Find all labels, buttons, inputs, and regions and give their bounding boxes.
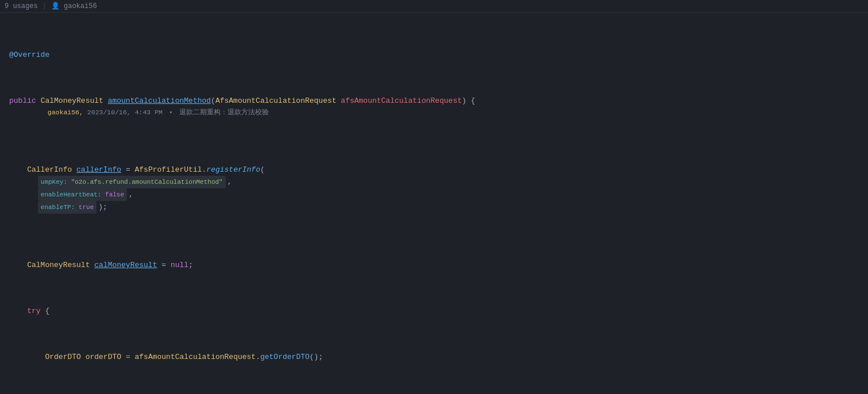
line-method-sig: public CalMoneyResult amountCalculationM… [0,95,868,130]
line-orderdto: OrderDTO orderDTO = afsAmountCalculation… [0,351,868,363]
usage-count: 9 usages [5,2,38,10]
line-override: @Override [0,49,868,61]
code-container: @Override public CalMoneyResult amountCa… [0,13,868,394]
line-try: try { [0,306,868,317]
line-calmoneyresult-decl: CalMoneyResult calMoneyResult = null; [0,260,868,271]
line-callerinfo: CallerInfo callerInfo = AfsProfilerUtil.… [0,164,868,225]
author-badge: 👤 gaokai56 [51,2,97,10]
top-bar: 9 usages | 👤 gaokai56 [0,0,868,13]
